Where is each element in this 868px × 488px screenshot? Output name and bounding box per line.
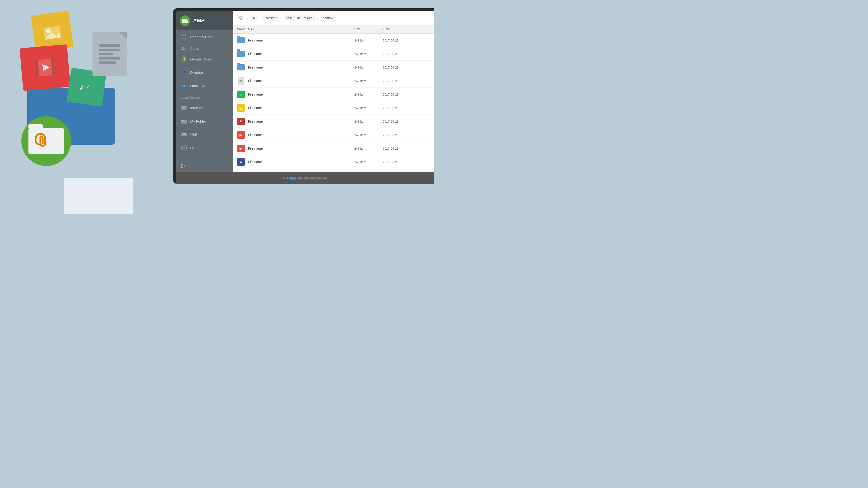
- file-time: 2017-06-23: [383, 93, 430, 96]
- file-name: File name: [248, 92, 354, 96]
- bar-indicator: [304, 177, 309, 180]
- word-file-icon: W: [237, 158, 245, 166]
- table-row[interactable]: ▶ File name 248 item 2017-06-23: [233, 142, 434, 155]
- folder-icon: [237, 50, 245, 58]
- svg-text:♪: ♪: [86, 82, 90, 90]
- bar-indicator: [322, 177, 327, 180]
- bar-indicator: [298, 177, 303, 180]
- table-row[interactable]: File name 248 item 2017-06-23: [233, 47, 434, 61]
- svg-rect-5: [51, 59, 55, 75]
- main-content: › a › present › 20190101_folder › homew …: [233, 11, 434, 173]
- svg-point-1: [46, 28, 51, 33]
- col-name-header[interactable]: Name (z-A): [237, 27, 354, 31]
- breadcrumb-homew[interactable]: homew: [320, 15, 336, 21]
- file-time: 2017-06-23: [383, 66, 430, 69]
- sidebar-item-google-drive[interactable]: Google Drive: [176, 52, 233, 66]
- file-name: File name: [248, 133, 354, 137]
- file-time: 2017-06-23: [383, 133, 430, 137]
- breadcrumb-a[interactable]: a: [250, 15, 258, 21]
- file-name: File name: [248, 106, 354, 110]
- file-name: File name: [248, 120, 354, 123]
- file-time: 2017-06-23: [383, 106, 430, 110]
- bar-indicator: [283, 177, 285, 179]
- sidebar-item-recently-used[interactable]: Recently Used: [176, 30, 233, 43]
- svg-rect-3: [35, 59, 55, 77]
- music-file-icon: ♪: [237, 90, 245, 99]
- sidebar-item-onedrive[interactable]: OneDrive: [176, 79, 233, 92]
- sidebar-item-my-folder[interactable]: My Folder: [176, 115, 233, 128]
- table-row[interactable]: File name 248 item 2017-06-23: [233, 61, 434, 74]
- table-row[interactable]: W File name 248 item 2017-06-23: [233, 155, 434, 169]
- exit-button[interactable]: [176, 160, 233, 173]
- col-time-header[interactable]: Time: [383, 27, 430, 31]
- table-row[interactable]: File name 248 item 2017-06-23: [233, 34, 434, 47]
- breadcrumb-sep-4: ›: [316, 16, 319, 20]
- bar-indicator: [316, 177, 321, 180]
- onedrive-label: OneDrive: [190, 84, 205, 88]
- sidebar-item-dropbox[interactable]: Dropbox: [176, 66, 233, 79]
- table-row[interactable]: ▶ File name 248 item 2017-06-23: [233, 128, 434, 142]
- sidebar-item-usb[interactable]: USB: [176, 128, 233, 141]
- breadcrumb-folder[interactable]: 20190101_folder: [284, 15, 315, 21]
- file-name: File name: [248, 65, 354, 69]
- svg-rect-30: [183, 133, 185, 134]
- folder-icon: [237, 36, 245, 44]
- col-size-header[interactable]: Size: [354, 27, 383, 31]
- sidebar: AMS Recently Used Cloud Service: [176, 11, 233, 173]
- svg-point-35: [184, 147, 185, 148]
- dropbox-label: Dropbox: [190, 70, 204, 74]
- file-size: 248 item: [354, 93, 383, 96]
- svg-rect-32: [185, 133, 186, 134]
- svg-point-41: [240, 107, 241, 108]
- file-time: 2017-06-23: [383, 52, 430, 56]
- usb-icon: [181, 131, 187, 138]
- dropbox-icon: [181, 69, 187, 75]
- file-size: 248 item: [354, 120, 383, 123]
- recently-used-label: Recently Used: [190, 35, 213, 39]
- svg-rect-0: [43, 26, 61, 40]
- photo-card: [31, 11, 73, 52]
- sidebar-item-hd[interactable]: HD: [176, 141, 233, 154]
- cloud-service-section: Cloud Service: [176, 43, 233, 52]
- sidebar-item-internal[interactable]: Internal: [176, 101, 233, 115]
- breadcrumb-present[interactable]: present: [262, 15, 279, 21]
- table-row[interactable]: File name 248 item 2017-06-23: [233, 101, 434, 115]
- breadcrumb-sep-3: ›: [280, 16, 283, 20]
- svg-rect-9: [182, 20, 188, 23]
- hd-label: HD: [190, 146, 195, 150]
- sidebar-header: AMS: [176, 11, 233, 30]
- file-name: File name: [248, 79, 354, 83]
- home-button[interactable]: [237, 14, 245, 22]
- file-time: 2017-06-23: [383, 79, 430, 83]
- table-row[interactable]: P File name 248 item 2017-06-23: [233, 115, 434, 128]
- file-size: 248 item: [354, 66, 383, 69]
- file-time: 2017-06-23: [383, 147, 430, 150]
- ams-logo-icon: [180, 16, 190, 26]
- table-row[interactable]: ♪ File name 248 item 2017-06-23: [233, 88, 434, 101]
- exit-icon: [181, 163, 186, 169]
- file-name: File name: [248, 38, 354, 42]
- my-folder-icon: [181, 118, 187, 124]
- zip-file-icon: ZIP: [237, 171, 245, 173]
- google-drive-icon: [181, 56, 187, 62]
- table-row[interactable]: File name 248 item 2017-06-23: [233, 74, 434, 88]
- folder-icon: [237, 63, 245, 71]
- bar-indicator: [286, 177, 288, 179]
- music-card: ♪ ♪: [67, 68, 107, 106]
- document-card: [92, 32, 127, 76]
- svg-marker-6: [42, 64, 50, 71]
- file-size: 248 item: [354, 39, 383, 42]
- svg-rect-4: [35, 60, 39, 77]
- app-title: AMS: [193, 18, 205, 24]
- video-file-icon-2: ▶: [237, 144, 245, 153]
- file-size: 248 item: [354, 79, 383, 83]
- monitor: AMS Recently Used Cloud Service: [173, 8, 434, 184]
- onedrive-icon: [181, 82, 187, 89]
- table-row[interactable]: ZIP File name 248 item 2017-06-23: [233, 169, 434, 173]
- local-device-section: Local Device: [176, 92, 233, 101]
- monitor-bottom-bar: [176, 173, 434, 184]
- internal-icon: [181, 104, 187, 111]
- file-name: File name: [248, 160, 354, 164]
- file-name: File name: [248, 147, 354, 150]
- usb-label: USB: [190, 132, 197, 136]
